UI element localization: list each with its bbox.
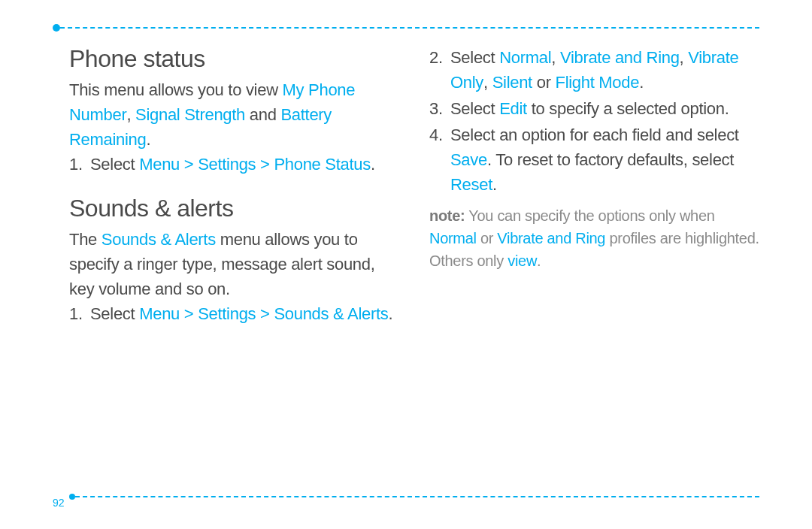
reset-option: Reset — [450, 175, 492, 194]
continued-steps: 2.Select Normal, Vibrate and Ring, Vibra… — [429, 45, 759, 197]
text: . — [537, 252, 541, 269]
left-column: Phone status This menu allows you to vie… — [69, 45, 399, 344]
list-item: 4.Select an option for each field and se… — [437, 122, 759, 197]
menu-path: Menu > Settings > Phone Status — [139, 155, 371, 174]
flight-mode-option: Flight Mode — [556, 73, 640, 92]
list-item: 3.Select Edit to specify a selected opti… — [437, 96, 759, 121]
border-dot-icon — [69, 494, 75, 500]
vibrate-ring-option: Vibrate and Ring — [560, 48, 680, 67]
text: , — [551, 48, 560, 67]
sounds-alerts-heading: Sounds & alerts — [69, 195, 399, 222]
menu-path: Menu > Settings > Sounds & Alerts — [139, 304, 388, 323]
right-column: 2.Select Normal, Vibrate and Ring, Vibra… — [429, 45, 759, 344]
sounds-alerts-intro: The Sounds & Alerts menu allows you to s… — [69, 227, 399, 301]
text: and — [245, 105, 280, 124]
dash-line — [60, 27, 759, 29]
list-item: 2.Select Normal, Vibrate and Ring, Vibra… — [437, 45, 759, 95]
normal-option: Normal — [499, 48, 551, 67]
phone-status-heading: Phone status — [69, 45, 399, 73]
text: . To reset to factory defaults, select — [487, 150, 734, 169]
note-text: note: You can specify the options only w… — [429, 204, 759, 272]
list-item: 1. Select Menu > Settings > Sounds & Ale… — [83, 301, 399, 326]
view-option: view — [508, 252, 537, 269]
sounds-alerts-section: Sounds & alerts The Sounds & Alerts menu… — [69, 195, 399, 326]
text: The — [69, 230, 102, 249]
sounds-alerts-steps: 1. Select Menu > Settings > Sounds & Ale… — [69, 301, 399, 326]
border-dot-icon — [53, 24, 60, 32]
step-number: 1. — [69, 301, 83, 326]
text: Select — [90, 304, 139, 323]
phone-status-steps: 1. Select Menu > Settings > Phone Status… — [69, 152, 399, 177]
step-number: 3. — [429, 96, 443, 121]
text: Select — [450, 48, 499, 67]
text: or — [477, 230, 498, 246]
text: This menu allows you to view — [69, 80, 283, 99]
bottom-dashed-border — [53, 496, 759, 503]
page-content: Phone status This menu allows you to vie… — [69, 45, 759, 344]
vibrate-ring-option: Vibrate and Ring — [497, 230, 605, 246]
silent-option: Silent — [492, 73, 532, 92]
text: . — [146, 130, 150, 149]
list-item: 1. Select Menu > Settings > Phone Status… — [83, 152, 399, 177]
text: to specify a selected option. — [527, 99, 729, 118]
note-label: note: — [429, 207, 465, 224]
phone-status-intro: This menu allows you to view My Phone Nu… — [69, 77, 399, 152]
text: , — [680, 48, 689, 67]
text: . — [639, 73, 644, 92]
top-dashed-border — [53, 27, 759, 35]
sounds-alerts-label: Sounds & Alerts — [102, 230, 216, 249]
signal-strength-label: Signal Strength — [135, 105, 245, 124]
dash-line — [75, 496, 759, 497]
text: . — [492, 175, 497, 194]
text: Select an option for each field and sele… — [450, 125, 739, 144]
text: or — [532, 73, 556, 92]
save-option: Save — [450, 150, 487, 169]
edit-option: Edit — [499, 99, 527, 118]
text: , — [126, 105, 135, 124]
text: . — [371, 155, 375, 174]
text: , — [483, 73, 492, 92]
text: Select — [90, 155, 139, 174]
phone-status-section: Phone status This menu allows you to vie… — [69, 45, 399, 177]
text: . — [388, 304, 392, 323]
step-number: 2. — [429, 45, 443, 70]
text: Select — [450, 99, 499, 118]
text: You can specify the options only when — [465, 207, 714, 224]
step-number: 1. — [69, 152, 83, 177]
normal-option: Normal — [429, 230, 477, 246]
step-number: 4. — [429, 122, 443, 147]
